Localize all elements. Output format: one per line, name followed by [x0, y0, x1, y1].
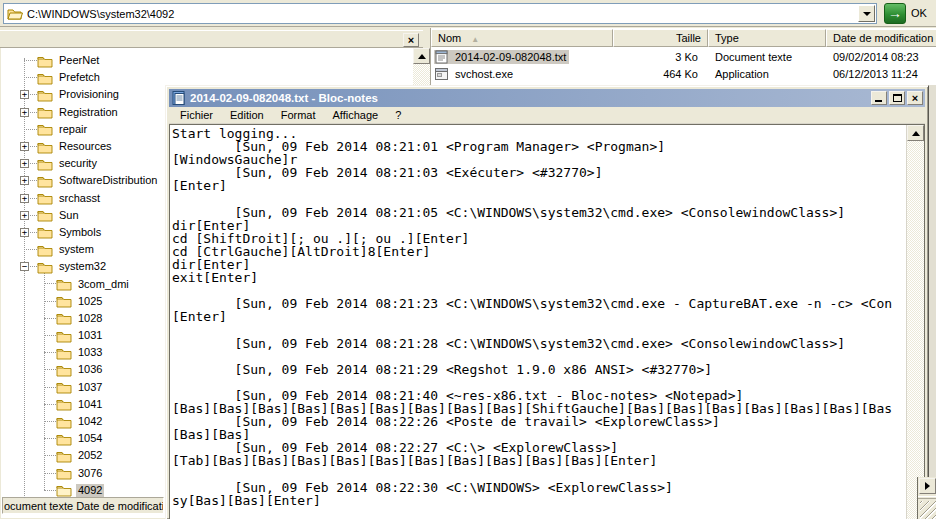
file-rows: 2014-02-09-082048.txt 3 Ko Document text…	[431, 48, 936, 82]
tree-item-label: Provisioning	[57, 88, 121, 101]
tree-item[interactable]: Prefetch	[1, 69, 413, 86]
expand-toggle-icon[interactable]	[20, 228, 29, 237]
tree-item-label: 1025	[76, 295, 104, 308]
tree-item[interactable]: PeerNet	[1, 52, 413, 69]
resize-grip-icon[interactable]	[920, 501, 936, 519]
column-header-type[interactable]: Type	[708, 29, 826, 47]
folder-open-icon	[7, 7, 23, 21]
file-name: svchost.exe	[452, 67, 516, 81]
menu-help[interactable]: ?	[388, 108, 408, 122]
divider	[918, 496, 936, 499]
folder-icon	[37, 105, 53, 119]
expand-toggle-icon[interactable]	[20, 90, 29, 99]
tree-item-label: SoftwareDistribution	[57, 174, 159, 187]
scroll-up-button[interactable]	[907, 125, 924, 141]
folder-icon	[56, 432, 72, 446]
notepad-titlebar[interactable]: 2014-02-09-082048.txt - Bloc-notes ×	[169, 89, 925, 107]
column-header-date[interactable]: Date de modification	[826, 29, 936, 47]
scroll-right-button[interactable]	[919, 478, 936, 494]
expand-toggle-icon[interactable]	[20, 159, 29, 168]
folder-icon	[37, 225, 53, 239]
maximize-button[interactable]	[889, 91, 905, 105]
tree-item-label: 1041	[76, 398, 104, 411]
address-bar: C:\WINDOWS\system32\4092 → OK	[0, 0, 936, 27]
address-input[interactable]: C:\WINDOWS\system32\4092	[3, 3, 877, 24]
folder-icon	[56, 294, 72, 308]
folder-icon	[37, 243, 53, 257]
chevron-down-icon	[863, 12, 871, 16]
close-tree-panel-button[interactable]: ×	[403, 33, 419, 47]
tree-guide-line	[44, 272, 45, 490]
folder-icon	[56, 415, 72, 429]
explorer-window: C:\WINDOWS\system32\4092 → OK × PeerNet	[0, 0, 936, 519]
text-file-icon	[435, 50, 448, 64]
tree-item-label: Sun	[57, 209, 81, 222]
scroll-up-button[interactable]	[413, 48, 430, 64]
tree-item-label: PeerNet	[57, 54, 101, 67]
sort-ascending-icon: ▲	[471, 35, 479, 44]
notepad-content[interactable]: Start logging... [Sun, 09 Feb 2014 08:21…	[170, 125, 906, 519]
menu-format[interactable]: Format	[274, 108, 323, 122]
expand-toggle-icon[interactable]	[20, 108, 29, 117]
folder-icon	[56, 363, 72, 377]
notepad-text-area: Start logging... [Sun, 09 Feb 2014 08:21…	[169, 124, 925, 519]
folder-icon	[37, 122, 53, 136]
file-list-header: Nom▲ Taille Type Date de modification	[431, 29, 936, 47]
close-icon: ×	[908, 92, 922, 104]
column-header-size[interactable]: Taille	[613, 29, 708, 47]
file-name: 2014-02-09-082048.txt	[452, 50, 569, 64]
notepad-scrollbar-track[interactable]	[907, 141, 924, 519]
maximize-icon	[893, 94, 902, 102]
tree-item-label: srchasst	[57, 192, 102, 205]
minimize-icon	[875, 100, 882, 102]
folder-icon	[56, 483, 72, 497]
menu-affichage[interactable]: Affichage	[326, 108, 386, 122]
status-bar-fragment: ocument texte Date de modificatio	[2, 497, 164, 514]
close-button[interactable]: ×	[907, 91, 923, 105]
folder-icon	[56, 329, 72, 343]
notepad-title: 2014-02-09-082048.txt - Bloc-notes	[190, 92, 871, 104]
go-button[interactable]: →	[884, 3, 906, 24]
folder-icon	[37, 71, 53, 85]
tree-item-label: 1031	[76, 329, 104, 342]
tree-item-label: 1042	[76, 415, 104, 428]
folder-icon	[37, 88, 53, 102]
address-dropdown-button[interactable]	[858, 5, 875, 22]
expand-toggle-icon[interactable]	[20, 262, 29, 271]
folder-icon	[37, 157, 53, 171]
menu-edition[interactable]: Edition	[223, 108, 271, 122]
folder-icon	[56, 277, 72, 291]
menu-fichier[interactable]: Fichier	[173, 108, 220, 122]
tree-item-label: 1036	[76, 363, 104, 376]
folder-icon	[56, 397, 72, 411]
folder-icon	[37, 208, 53, 222]
application-icon	[435, 67, 448, 81]
file-date: 09/02/2014 08:23	[826, 51, 936, 63]
expand-toggle-icon[interactable]	[20, 142, 29, 151]
background-window-edge	[929, 85, 936, 519]
tree-item-label: 2052	[76, 449, 104, 462]
notepad-vertical-scrollbar[interactable]	[906, 125, 924, 519]
minimize-button[interactable]	[871, 91, 887, 105]
folder-icon	[56, 311, 72, 325]
folder-icon	[56, 346, 72, 360]
file-row[interactable]: svchost.exe 464 Ko Application 06/12/201…	[431, 65, 936, 82]
file-row[interactable]: 2014-02-09-082048.txt 3 Ko Document text…	[431, 48, 936, 65]
file-date: 06/12/2013 11:24	[826, 68, 936, 80]
expand-toggle-icon[interactable]	[20, 176, 29, 185]
column-header-name[interactable]: Nom▲	[431, 29, 613, 47]
address-path: C:\WINDOWS\system32\4092	[27, 8, 876, 20]
file-type: Application	[708, 68, 826, 80]
file-size: 3 Ko	[609, 51, 708, 63]
folder-icon	[56, 380, 72, 394]
expand-toggle-icon[interactable]	[20, 194, 29, 203]
tree-item-label: 1037	[76, 381, 104, 394]
folder-icon	[56, 466, 72, 480]
tree-item-label: 4092	[76, 484, 104, 497]
tree-item-label: 1033	[76, 346, 104, 359]
tree-item-label: 1054	[76, 432, 104, 445]
tree-panel-header: ×	[0, 30, 423, 48]
folder-icon	[37, 174, 53, 188]
expand-toggle-icon[interactable]	[20, 211, 29, 220]
notepad-window: 2014-02-09-082048.txt - Bloc-notes × Fic…	[165, 85, 929, 519]
